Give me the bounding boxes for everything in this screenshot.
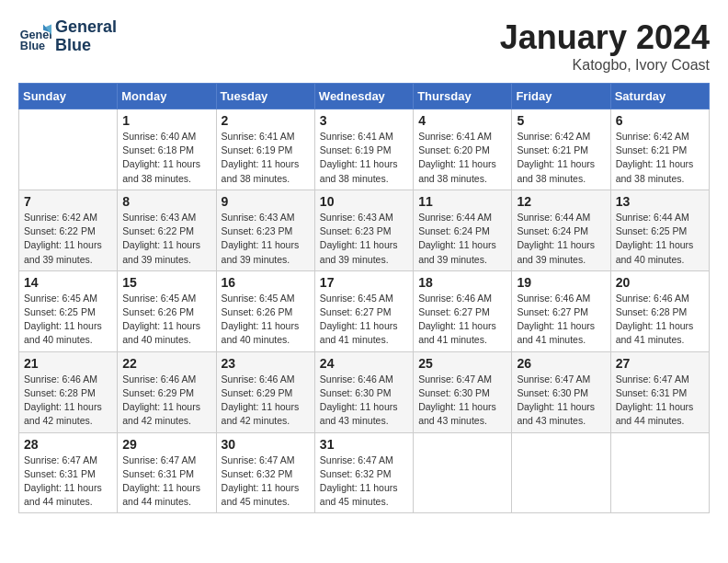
weekday-wednesday: Wednesday [314, 84, 413, 109]
day-info: Sunrise: 6:45 AM Sunset: 6:26 PM Dayligh… [122, 292, 210, 348]
day-number: 26 [517, 356, 605, 371]
day-number: 6 [616, 113, 704, 128]
day-number: 19 [517, 275, 605, 290]
weekday-friday: Friday [512, 84, 610, 109]
logo-text: General Blue [55, 18, 117, 55]
calendar-cell: 19Sunrise: 6:46 AM Sunset: 6:27 PM Dayli… [512, 270, 610, 351]
calendar-cell: 7Sunrise: 6:42 AM Sunset: 6:22 PM Daylig… [19, 190, 118, 270]
day-number: 31 [320, 437, 408, 452]
day-number: 11 [418, 194, 506, 209]
calendar-cell: 31Sunrise: 6:47 AM Sunset: 6:32 PM Dayli… [314, 432, 413, 513]
day-number: 5 [517, 113, 605, 128]
day-number: 9 [222, 194, 310, 209]
day-info: Sunrise: 6:46 AM Sunset: 6:27 PM Dayligh… [418, 292, 506, 348]
weekday-thursday: Thursday [414, 84, 512, 109]
weekday-tuesday: Tuesday [216, 84, 314, 109]
day-info: Sunrise: 6:44 AM Sunset: 6:24 PM Dayligh… [517, 211, 605, 267]
day-info: Sunrise: 6:47 AM Sunset: 6:31 PM Dayligh… [122, 454, 210, 510]
logo-line1: General [55, 18, 117, 37]
calendar-cell: 30Sunrise: 6:47 AM Sunset: 6:32 PM Dayli… [216, 432, 314, 513]
calendar-cell: 1Sunrise: 6:40 AM Sunset: 6:18 PM Daylig… [118, 109, 216, 190]
calendar-cell: 28Sunrise: 6:47 AM Sunset: 6:31 PM Dayli… [19, 432, 118, 513]
weekday-sunday: Sunday [19, 84, 118, 109]
day-info: Sunrise: 6:47 AM Sunset: 6:31 PM Dayligh… [24, 454, 112, 510]
calendar-cell: 24Sunrise: 6:46 AM Sunset: 6:30 PM Dayli… [314, 351, 413, 432]
day-number: 1 [122, 113, 210, 128]
calendar-cell: 13Sunrise: 6:44 AM Sunset: 6:25 PM Dayli… [610, 190, 709, 270]
day-number: 3 [320, 113, 408, 128]
calendar-cell: 4Sunrise: 6:41 AM Sunset: 6:20 PM Daylig… [414, 109, 512, 190]
day-info: Sunrise: 6:47 AM Sunset: 6:30 PM Dayligh… [517, 373, 605, 429]
calendar-cell: 26Sunrise: 6:47 AM Sunset: 6:30 PM Dayli… [512, 351, 610, 432]
day-number: 4 [418, 113, 506, 128]
day-number: 29 [122, 437, 210, 452]
calendar-cell [610, 432, 709, 513]
calendar-header: SundayMondayTuesdayWednesdayThursdayFrid… [19, 84, 710, 109]
day-info: Sunrise: 6:41 AM Sunset: 6:19 PM Dayligh… [222, 130, 310, 186]
calendar-cell: 18Sunrise: 6:46 AM Sunset: 6:27 PM Dayli… [414, 270, 512, 351]
day-info: Sunrise: 6:47 AM Sunset: 6:30 PM Dayligh… [418, 373, 506, 429]
day-number: 16 [222, 275, 310, 290]
calendar-cell [414, 432, 512, 513]
logo: General Blue General Blue [18, 18, 117, 55]
day-info: Sunrise: 6:42 AM Sunset: 6:21 PM Dayligh… [616, 130, 704, 186]
logo-icon: General Blue [18, 20, 51, 53]
day-number: 28 [24, 437, 112, 452]
day-number: 17 [320, 275, 408, 290]
calendar-cell: 11Sunrise: 6:44 AM Sunset: 6:24 PM Dayli… [414, 190, 512, 270]
calendar-cell [512, 432, 610, 513]
calendar-week-2: 7Sunrise: 6:42 AM Sunset: 6:22 PM Daylig… [19, 190, 710, 270]
calendar-body: 1Sunrise: 6:40 AM Sunset: 6:18 PM Daylig… [19, 109, 710, 513]
calendar-cell: 9Sunrise: 6:43 AM Sunset: 6:23 PM Daylig… [216, 190, 314, 270]
day-info: Sunrise: 6:45 AM Sunset: 6:25 PM Dayligh… [24, 292, 112, 348]
day-info: Sunrise: 6:43 AM Sunset: 6:22 PM Dayligh… [122, 211, 210, 267]
calendar-cell: 3Sunrise: 6:41 AM Sunset: 6:19 PM Daylig… [314, 109, 413, 190]
weekday-saturday: Saturday [610, 84, 709, 109]
day-number: 25 [418, 356, 506, 371]
calendar-week-5: 28Sunrise: 6:47 AM Sunset: 6:31 PM Dayli… [19, 432, 710, 513]
day-info: Sunrise: 6:43 AM Sunset: 6:23 PM Dayligh… [320, 211, 408, 267]
location-title: Katogbo, Ivory Coast [500, 57, 710, 74]
calendar-cell: 14Sunrise: 6:45 AM Sunset: 6:25 PM Dayli… [19, 270, 118, 351]
day-info: Sunrise: 6:47 AM Sunset: 6:31 PM Dayligh… [616, 373, 704, 429]
calendar-cell: 17Sunrise: 6:45 AM Sunset: 6:27 PM Dayli… [314, 270, 413, 351]
day-info: Sunrise: 6:46 AM Sunset: 6:27 PM Dayligh… [517, 292, 605, 348]
day-number: 2 [222, 113, 310, 128]
day-info: Sunrise: 6:46 AM Sunset: 6:29 PM Dayligh… [222, 373, 310, 429]
day-number: 18 [418, 275, 506, 290]
svg-text:Blue: Blue [20, 39, 45, 52]
day-info: Sunrise: 6:45 AM Sunset: 6:27 PM Dayligh… [320, 292, 408, 348]
calendar-cell: 8Sunrise: 6:43 AM Sunset: 6:22 PM Daylig… [118, 190, 216, 270]
day-info: Sunrise: 6:45 AM Sunset: 6:26 PM Dayligh… [222, 292, 310, 348]
day-info: Sunrise: 6:42 AM Sunset: 6:22 PM Dayligh… [24, 211, 112, 267]
day-number: 23 [222, 356, 310, 371]
day-number: 22 [122, 356, 210, 371]
calendar-cell: 25Sunrise: 6:47 AM Sunset: 6:30 PM Dayli… [414, 351, 512, 432]
weekday-header-row: SundayMondayTuesdayWednesdayThursdayFrid… [19, 84, 710, 109]
calendar-cell [19, 109, 118, 190]
day-info: Sunrise: 6:41 AM Sunset: 6:20 PM Dayligh… [418, 130, 506, 186]
title-block: January 2024 Katogbo, Ivory Coast [500, 18, 710, 74]
day-info: Sunrise: 6:41 AM Sunset: 6:19 PM Dayligh… [320, 130, 408, 186]
day-info: Sunrise: 6:46 AM Sunset: 6:30 PM Dayligh… [320, 373, 408, 429]
day-number: 13 [616, 194, 704, 209]
calendar-cell: 12Sunrise: 6:44 AM Sunset: 6:24 PM Dayli… [512, 190, 610, 270]
day-info: Sunrise: 6:47 AM Sunset: 6:32 PM Dayligh… [320, 454, 408, 510]
day-info: Sunrise: 6:44 AM Sunset: 6:24 PM Dayligh… [418, 211, 506, 267]
day-number: 21 [24, 356, 112, 371]
calendar-cell: 20Sunrise: 6:46 AM Sunset: 6:28 PM Dayli… [610, 270, 709, 351]
calendar-cell: 29Sunrise: 6:47 AM Sunset: 6:31 PM Dayli… [118, 432, 216, 513]
day-number: 20 [616, 275, 704, 290]
logo-line2: Blue [55, 37, 117, 55]
calendar-week-4: 21Sunrise: 6:46 AM Sunset: 6:28 PM Dayli… [19, 351, 710, 432]
day-number: 10 [320, 194, 408, 209]
day-info: Sunrise: 6:43 AM Sunset: 6:23 PM Dayligh… [222, 211, 310, 267]
day-number: 14 [24, 275, 112, 290]
calendar-cell: 6Sunrise: 6:42 AM Sunset: 6:21 PM Daylig… [610, 109, 709, 190]
calendar-cell: 23Sunrise: 6:46 AM Sunset: 6:29 PM Dayli… [216, 351, 314, 432]
day-info: Sunrise: 6:42 AM Sunset: 6:21 PM Dayligh… [517, 130, 605, 186]
calendar-cell: 5Sunrise: 6:42 AM Sunset: 6:21 PM Daylig… [512, 109, 610, 190]
calendar-table: SundayMondayTuesdayWednesdayThursdayFrid… [18, 83, 710, 513]
calendar-cell: 21Sunrise: 6:46 AM Sunset: 6:28 PM Dayli… [19, 351, 118, 432]
calendar-week-1: 1Sunrise: 6:40 AM Sunset: 6:18 PM Daylig… [19, 109, 710, 190]
